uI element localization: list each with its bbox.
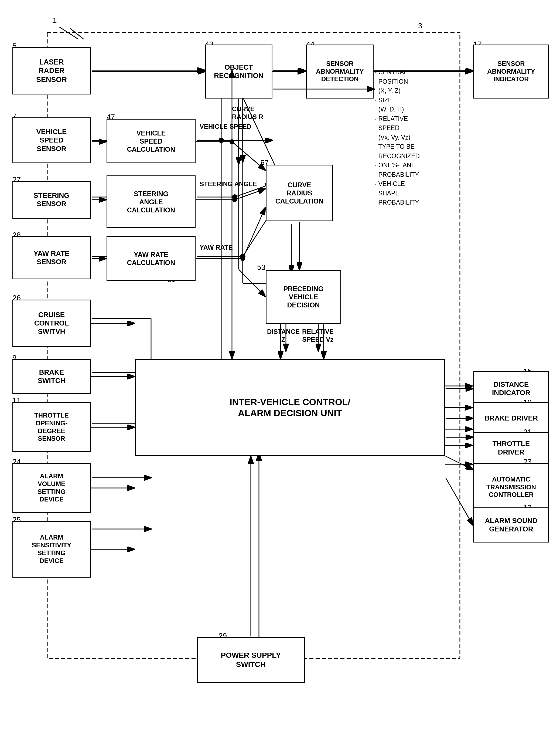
object-recognition-label: OBJECTRECOGNITION [214,63,263,80]
yaw-rate-label: YAW RATE [200,244,233,252]
sensor-abnormality-detection-label: SENSORABNORMALITYDETECTION [316,60,363,83]
auto-trans-box: AUTOMATICTRANSMISSIONCONTROLLER [473,463,549,511]
sensor-abnormality-indicator-label: SENSORABNORMALITYINDICATOR [487,60,535,83]
distance-z-label: DISTANCEZ [267,328,300,343]
steering-angle-label: STEERING ANGLE [200,180,257,188]
object-recognition-box: OBJECTRECOGNITION [205,45,272,99]
alarm-volume-label: ALARMVOLUMESETTINGDEVICE [37,472,65,503]
auto-trans-label: AUTOMATICTRANSMISSIONCONTROLLER [486,476,536,499]
yaw-rate-calc-label: YAW RATECALCULATION [127,250,175,267]
brake-driver-box: BRAKE DRIVER [473,402,549,435]
preceding-vehicle-label: PRECEDINGVEHICLEDECISION [284,285,324,309]
laser-radar-label: LASERRADERSENSOR [36,58,67,84]
curve-radius-calc-label: CURVERADIUSCALCULATION [275,181,324,205]
brake-driver-label: BRAKE DRIVER [485,414,538,422]
steering-sensor-box: STEERINGSENSOR [12,181,91,219]
curve-radius-r-label: CURVERADIUS R [232,105,263,121]
vehicle-speed-sensor-label: VEHICLESPEEDSENSOR [36,128,67,153]
alarm-sound-box: ALARM SOUNDGENERATOR [473,507,549,542]
alarm-sensitivity-box: ALARMSENSITIVITYSETTINGDEVICE [12,521,91,578]
ref-num-1: 1 [53,16,57,25]
power-supply-label: POWER SUPPLYSWITCH [221,651,281,669]
alarm-sensitivity-label: ALARMSENSITIVITYSETTINGDEVICE [32,534,71,565]
throttle-sensor-label: THROTTLEOPENING-DEGREESENSOR [34,412,69,443]
vehicle-speed-label: VEHICLE SPEED [200,123,252,131]
yaw-rate-calc-box: YAW RATECALCULATION [107,236,196,281]
yaw-rate-sensor-box: YAW RATESENSOR [12,236,91,279]
object-properties-list: · CENTRAL POSITION (X, Y, Z) · SIZE (W, … [375,67,420,207]
ref-num-3: 3 [418,22,422,30]
brake-switch-box: BRAKESWITCH [12,359,91,394]
relative-speed-vz-label: RELATIVESPEED Vz [302,328,334,343]
throttle-driver-box: THROTTLEDRIVER [473,432,549,464]
steering-angle-calc-box: STEERINGANGLECALCULATION [107,175,196,228]
preceding-vehicle-decision-box: PRECEDINGVEHICLEDECISION [266,270,341,324]
vehicle-speed-calc-box: VEHICLESPEEDCALCULATION [107,119,196,163]
steering-angle-calc-label: STEERINGANGLECALCULATION [127,190,175,214]
distance-indicator-label: DISTANCEINDICATOR [492,380,530,397]
sensor-abnormality-indicator-box: SENSORABNORMALITYINDICATOR [473,45,549,99]
inter-vehicle-label: INTER-VEHICLE CONTROL/ALARM DECISION UNI… [230,396,350,419]
ref-53: 53 [257,263,265,272]
distance-indicator-box: DISTANCEINDICATOR [473,371,549,406]
cruise-control-label: CRUISECONTROLSWITVH [34,311,69,336]
inter-vehicle-box: INTER-VEHICLE CONTROL/ALARM DECISION UNI… [135,359,445,456]
sensor-abnormality-detection-box: SENSORABNORMALITYDETECTION [306,45,374,99]
vehicle-speed-calc-label: VEHICLESPEEDCALCULATION [127,129,175,153]
vehicle-speed-sensor-box: VEHICLESPEEDSENSOR [12,117,91,163]
brake-switch-label: BRAKESWITCH [38,368,65,385]
laser-radar-sensor-box: LASERRADERSENSOR [12,47,91,94]
cruise-control-box: CRUISECONTROLSWITVH [12,300,91,347]
alarm-volume-box: ALARMVOLUMESETTINGDEVICE [12,463,91,513]
curve-radius-calc-box: CURVERADIUSCALCULATION [266,165,333,221]
svg-line-2 [59,27,78,39]
yaw-rate-sensor-label: YAW RATESENSOR [34,249,69,266]
alarm-sound-label: ALARM SOUNDGENERATOR [485,516,537,533]
throttle-sensor-box: THROTTLEOPENING-DEGREESENSOR [12,402,91,452]
steering-sensor-label: STEERINGSENSOR [34,191,69,208]
throttle-driver-label: THROTTLEDRIVER [493,440,530,456]
power-supply-box: POWER SUPPLYSWITCH [197,637,305,683]
